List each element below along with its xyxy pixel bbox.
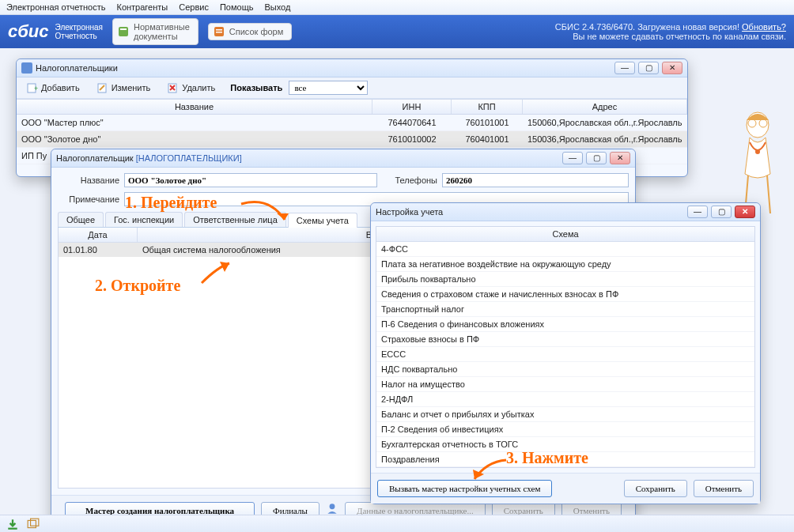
list-item[interactable]: П-6 Сведения о финансовых вложениях [376,317,754,332]
list-item[interactable]: Баланс и отчет о прибылях и убытках [376,407,754,422]
col-inn[interactable]: ИНН [372,100,452,114]
add-button[interactable]: + Добавить [21,80,85,96]
label-phone: Телефоны [382,175,437,185]
maximize-button[interactable]: ▢ [638,62,659,74]
svg-rect-4 [216,32,222,33]
menu-item[interactable]: Электронная отчетность [6,2,105,12]
list-item[interactable]: Сведения о страховом стаже и начисленных… [376,287,754,302]
name-input[interactable] [124,173,377,187]
main-menu[interactable]: Электронная отчетность Контрагенты Серви… [0,0,794,15]
show-filter-combo[interactable]: все [289,81,368,95]
list-item[interactable]: П-2 Сведения об инвестициях [376,422,754,437]
windows-icon[interactable] [27,518,40,530]
label-note: Примечание [58,194,119,204]
col-date[interactable]: Дата [59,228,138,242]
svg-rect-0 [119,27,128,36]
status-text: СБИС 2.4.736/6470. Загружена новая верси… [555,22,786,41]
close-button[interactable]: ✕ [610,152,630,164]
svg-rect-18 [8,527,17,529]
list-item[interactable]: Прибыль поквартально [376,272,754,287]
svg-point-14 [329,504,335,509]
cancel-button[interactable]: Отменить [694,480,754,497]
update-link[interactable]: Обновить? [742,22,786,32]
list-item[interactable]: Плата за негативное воздействие на окруж… [376,257,754,272]
maximize-button[interactable]: ▢ [711,206,732,218]
delete-icon [168,82,179,93]
list-item[interactable]: Налог на имущество [376,377,754,392]
pill-normative-docs[interactable]: Нормативныедокументы [112,18,198,45]
menu-item[interactable]: Сервис [179,2,209,12]
window-icon [21,62,32,74]
svg-rect-20 [31,519,39,526]
list-item[interactable]: 2-НДФЛ [376,392,754,407]
delete-button[interactable]: Удалить [162,80,221,96]
window-title: Настройка учета [376,207,443,217]
svg-rect-1 [120,28,127,30]
tab-general[interactable]: Общее [58,212,104,227]
download-icon[interactable] [6,518,19,530]
list-item[interactable]: Страховые взносы в ПФ [376,332,754,347]
window-title: Налогоплательщики [36,63,118,73]
edit-button[interactable]: Изменить [92,80,157,96]
menu-item[interactable]: Контрагенты [116,2,168,12]
window-title: Налогоплательщик [НАЛОГОПЛАТЕЛЬЩИКИ] [56,153,242,163]
tab-responsible[interactable]: Ответственные лица [184,212,286,227]
svg-rect-9 [21,62,32,74]
maximize-button[interactable]: ▢ [586,152,607,164]
svg-rect-19 [28,520,36,527]
scheme-wizard-button[interactable]: Вызвать мастер настройки учетных схем [377,480,552,497]
table-row[interactable]: ООО "Мастер плюс" 7644070641 760101001 1… [17,115,687,131]
status-bar [0,515,794,532]
toolbar: + Добавить Изменить Удалить Показывать в… [17,77,687,99]
col-addr[interactable]: Адрес [523,100,687,114]
plus-icon: + [27,82,38,93]
list-item[interactable]: 4-ФСС [376,242,754,257]
col-scheme[interactable]: Схема [376,227,754,242]
show-label: Показывать [230,83,282,92]
list-item[interactable]: НДС поквартально [376,362,754,377]
brand-logo: сбис [8,21,49,42]
tab-schemes[interactable]: Схемы учета [288,213,357,228]
list-item[interactable]: Бухгалтерская отчетность в ТОГС [376,437,754,452]
scheme-list[interactable]: Схема 4-ФСС Плата за негативное воздейст… [376,226,755,468]
grid-header: Название ИНН КПП Адрес [17,99,687,115]
brand-subtitle: ЭлектроннаяОтчетность [55,23,103,40]
svg-text:+: + [34,85,38,92]
pill-form-list[interactable]: Список форм [208,23,293,40]
window-scheme-setup: Настройка учета — ▢ ✕ Схема 4-ФСС Плата … [370,202,761,504]
pencil-icon [97,82,108,93]
menu-item[interactable]: Выход [264,2,290,12]
col-name[interactable]: Название [17,100,372,114]
label-name: Название [58,175,119,185]
brand-bar: сбис ЭлектроннаяОтчетность Нормативныедо… [0,15,794,48]
phone-input[interactable] [442,173,629,187]
list-item[interactable]: Транспортный налог [376,302,754,317]
close-button[interactable]: ✕ [662,62,682,74]
minimize-button[interactable]: — [562,152,583,164]
minimize-button[interactable]: — [614,62,635,74]
close-button[interactable]: ✕ [735,206,755,218]
svg-rect-3 [216,29,222,31]
table-row[interactable]: ООО "Золотое дно" 7610010002 760401001 1… [17,131,687,148]
book-icon [118,26,129,37]
svg-point-8 [755,149,760,154]
list-item[interactable]: Поздравления [376,452,754,467]
list-item[interactable]: ЕССС [376,347,754,362]
tab-inspections[interactable]: Гос. инспекции [105,212,183,227]
menu-item[interactable]: Помощь [220,2,254,12]
minimize-button[interactable]: — [687,206,708,218]
col-kpp[interactable]: КПП [452,100,523,114]
save-button[interactable]: Сохранить [624,480,687,497]
list-icon [214,26,225,37]
